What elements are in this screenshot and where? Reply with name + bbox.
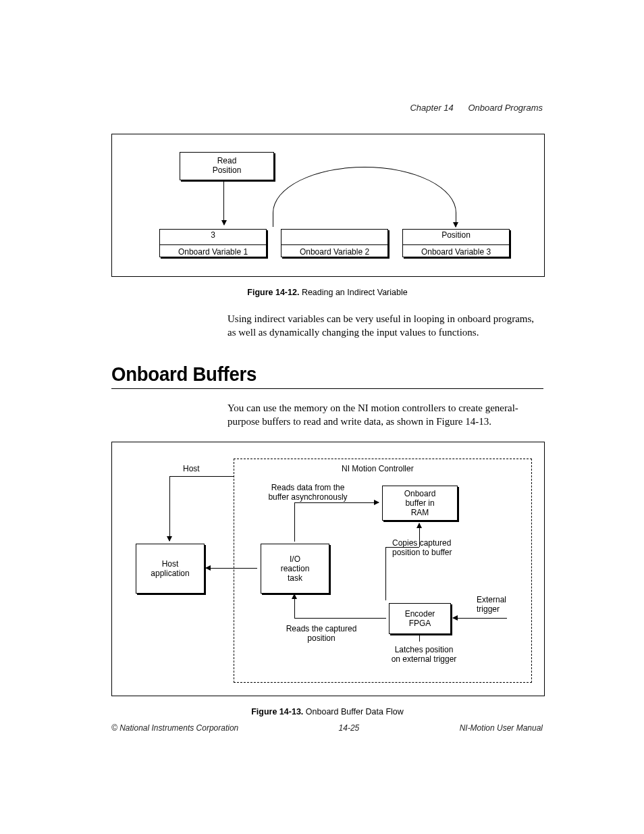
- arrow-external-trigger: [453, 618, 507, 619]
- arrow-host-down: [169, 476, 170, 540]
- ov2-value: [281, 228, 387, 244]
- onboard-variable-1-box: 3 Onboard Variable 1: [159, 229, 267, 257]
- onboard-buffer-box: Onboard buffer in RAM: [382, 486, 458, 521]
- host-application-box: Host application: [136, 544, 205, 594]
- arrow-copies-stub-left: [385, 547, 419, 548]
- arrowhead-host-down: [169, 540, 170, 541]
- arrow-reads-cap-horiz: [294, 618, 386, 619]
- reads-async-label: Reads data from the buffer asynchronousl…: [250, 483, 365, 502]
- latches-position-label: Latches position on external trigger: [377, 645, 471, 664]
- chapter-title: Onboard Programs: [468, 103, 543, 113]
- encoder-fpga-box: Encoder FPGA: [389, 603, 451, 634]
- ov2-label: Onboard Variable 2: [281, 244, 387, 259]
- arrowhead-host-io-left: [206, 568, 207, 569]
- figure-14-12-caption: Figure 14-12. Reading an Indirect Variab…: [111, 288, 543, 297]
- footer-copyright: © National Instruments Corporation: [111, 723, 238, 733]
- figure-14-13-caption: Figure 14-13. Onboard Buffer Data Flow: [111, 707, 543, 716]
- arrow-latch-stub: [419, 635, 420, 642]
- section-heading-onboard-buffers: Onboard Buffers: [111, 363, 508, 386]
- fig12-caption-text: Reading an Indirect Variable: [299, 288, 407, 297]
- arrow-copies-stub-bottom: [385, 600, 386, 600]
- arrow-io-to-buffer: [331, 502, 379, 503]
- fig13-caption-number: Figure 14-13.: [251, 707, 303, 716]
- arrow-read-to-ov3: [273, 167, 456, 227]
- host-label: Host: [183, 464, 200, 473]
- io-reaction-task-box: I/O reaction task: [261, 544, 329, 594]
- arrow-host-io: [206, 568, 257, 569]
- chapter-label: Chapter 14: [410, 103, 453, 113]
- ov3-label: Onboard Variable 3: [403, 244, 509, 259]
- host-application-label: Host application: [136, 557, 204, 580]
- external-trigger-label: External trigger: [477, 595, 524, 615]
- copies-captured-label: Copies captured position to buffer: [392, 538, 480, 558]
- reads-captured-label: Reads the captured position: [277, 624, 365, 644]
- arrow-copies-to-buffer: [419, 523, 420, 547]
- footer-manual-title: NI-Motion User Manual: [460, 723, 543, 733]
- onboard-buffer-label: Onboard buffer in RAM: [383, 487, 457, 519]
- arrow-read-to-ov1: [223, 182, 224, 225]
- paragraph-onboard-buffers: You can use the memory on the NI motion …: [227, 401, 543, 429]
- section-rule: [111, 388, 543, 389]
- footer-page-number: 14-25: [339, 723, 360, 733]
- ni-motion-controller-label: NI Motion Controller: [342, 464, 414, 473]
- onboard-variable-3-box: Position Onboard Variable 3: [402, 229, 510, 257]
- arrow-io-up: [294, 502, 295, 542]
- io-reaction-task-label: I/O reaction task: [261, 552, 329, 585]
- page-footer: © National Instruments Corporation 14-25…: [111, 723, 543, 733]
- onboard-variable-2-box: Onboard Variable 2: [281, 229, 388, 257]
- figure-14-12-diagram: Read Position 3 Onboard Variable 1 Onboa…: [111, 134, 545, 277]
- ov3-value: Position: [403, 228, 509, 244]
- paragraph-indirect-variables: Using indirect variables can be very use…: [227, 312, 543, 340]
- running-header: Chapter 14 Onboard Programs: [410, 103, 543, 113]
- fig12-caption-number: Figure 14-12.: [247, 288, 299, 297]
- arrowhead-reads-cap-up: [294, 594, 295, 595]
- encoder-fpga-label: Encoder FPGA: [390, 607, 450, 630]
- read-position-label: Read Position: [180, 155, 273, 178]
- figure-14-13-diagram: Host NI Motion Controller Host applicati…: [111, 442, 545, 696]
- read-position-box: Read Position: [180, 152, 274, 180]
- arrow-copies-vert: [385, 547, 386, 600]
- fig13-caption-text: Onboard Buffer Data Flow: [303, 707, 403, 716]
- ov1-label: Onboard Variable 1: [160, 244, 266, 259]
- ov1-value: 3: [160, 228, 266, 244]
- arrow-io-horiz1: [294, 502, 331, 503]
- arrow-host-to-dash: [169, 476, 234, 477]
